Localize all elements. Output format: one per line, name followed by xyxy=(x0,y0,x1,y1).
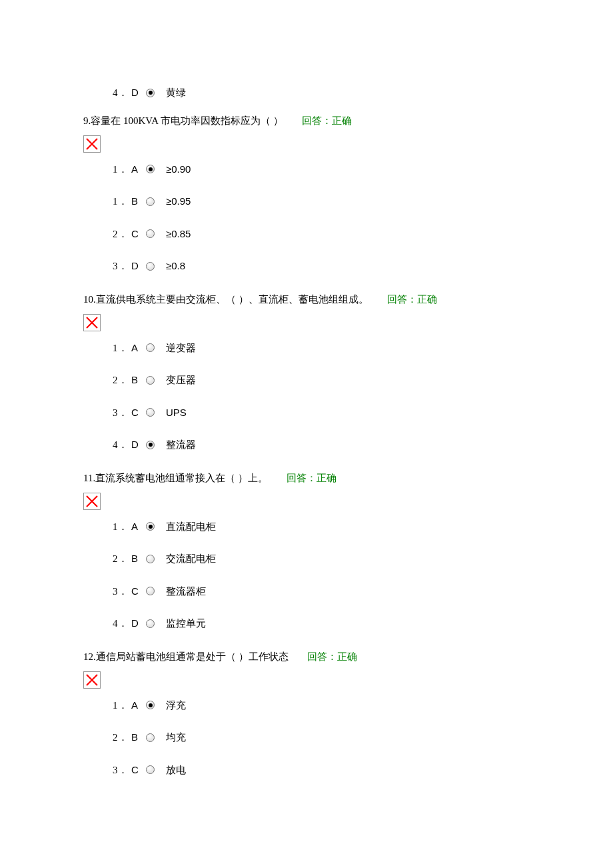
feedback-text: 回答：正确 xyxy=(387,294,437,305)
option-letter: B xyxy=(131,551,146,567)
question-number: 9. xyxy=(83,115,91,126)
option-letter: C xyxy=(131,763,146,778)
option-number: 2． xyxy=(113,730,131,745)
radio-icon[interactable] xyxy=(146,733,155,742)
question-line: 9.容量在 100KVA 市电功率因数指标应为（ ）回答：正确 xyxy=(83,113,530,129)
option-letter: B xyxy=(131,194,146,209)
option-text: UPS xyxy=(166,405,187,421)
option-letter: C xyxy=(131,405,146,421)
option-row: 3．D≥0.8 xyxy=(113,259,530,274)
option-text: 监控单元 xyxy=(166,616,206,631)
option-number: 1． xyxy=(113,162,131,177)
options-list: 1．A≥0.901．B≥0.952．C≥0.853．D≥0.8 xyxy=(83,162,530,274)
close-icon[interactable] xyxy=(83,314,101,331)
radio-icon[interactable] xyxy=(146,701,155,709)
option-row: 1．A浮充 xyxy=(113,698,530,713)
radio-wrap xyxy=(146,262,166,271)
option-row: 2．C≥0.85 xyxy=(113,227,530,242)
question-block: 10.直流供电系统主要由交流柜、（ ）、直流柜、蓄电池组组成。回答：正确1．A逆… xyxy=(83,291,530,453)
question-text: 直流系统蓄电池组通常接入在（ ）上。 xyxy=(95,473,268,483)
option-row: 4．D整流器 xyxy=(113,437,530,453)
option-letter: A xyxy=(131,519,146,535)
option-text: 黄绿 xyxy=(166,85,186,101)
radio-wrap xyxy=(146,376,166,385)
option-number: 4． xyxy=(113,85,131,101)
option-text: 放电 xyxy=(166,763,186,778)
option-letter: D xyxy=(131,437,146,453)
radio-icon[interactable] xyxy=(146,522,155,531)
radio-wrap xyxy=(146,229,166,238)
option-row: 3．CUPS xyxy=(113,405,530,421)
question-block: 12.通信局站蓄电池组通常是处于（ ）工作状态回答：正确1．A浮充2．B均充3．… xyxy=(83,649,530,778)
radio-icon[interactable] xyxy=(146,619,155,628)
options-list: 1．A浮充2．B均充3．C放电 xyxy=(83,698,530,778)
radio-wrap xyxy=(146,408,166,417)
option-letter: D xyxy=(131,259,146,274)
close-icon[interactable] xyxy=(83,135,101,153)
radio-icon[interactable] xyxy=(146,408,155,417)
feedback-text: 回答：正确 xyxy=(302,115,352,126)
option-text: 变压器 xyxy=(166,373,196,388)
feedback-text: 回答：正确 xyxy=(287,473,336,483)
question-number: 11. xyxy=(83,473,95,483)
question-line: 12.通信局站蓄电池组通常是处于（ ）工作状态回答：正确 xyxy=(83,649,530,665)
option-letter: C xyxy=(131,227,146,242)
radio-icon[interactable] xyxy=(146,587,155,595)
question-number: 10. xyxy=(83,294,96,305)
option-row: 2．B变压器 xyxy=(113,373,530,388)
option-text: 整流器 xyxy=(166,437,196,453)
radio-wrap xyxy=(146,701,166,709)
option-row: 2．B交流配电柜 xyxy=(113,551,530,567)
option-row: 2．B均充 xyxy=(113,730,530,745)
option-number: 3． xyxy=(113,763,131,778)
question-text: 容量在 100KVA 市电功率因数指标应为（ ） xyxy=(91,115,283,126)
option-letter: A xyxy=(131,698,146,713)
option-text: 交流配电柜 xyxy=(166,551,216,567)
option-row: 1．A逆变器 xyxy=(113,341,530,356)
option-number: 2． xyxy=(113,227,131,242)
radio-icon[interactable] xyxy=(146,229,155,238)
radio-icon[interactable] xyxy=(146,555,155,563)
question-text: 直流供电系统主要由交流柜、（ ）、直流柜、蓄电池组组成。 xyxy=(96,294,368,305)
radio-icon[interactable] xyxy=(146,376,155,385)
option-text: 整流器柜 xyxy=(166,584,206,599)
option-number: 3． xyxy=(113,584,131,599)
close-icon[interactable] xyxy=(83,493,101,510)
radio-icon[interactable] xyxy=(146,765,155,774)
close-icon[interactable] xyxy=(83,671,101,689)
radio-wrap xyxy=(146,89,166,97)
options-list: 1．A直流配电柜2．B交流配电柜3．C整流器柜4．D监控单元 xyxy=(83,519,530,631)
radio-wrap xyxy=(146,555,166,563)
option-number: 1． xyxy=(113,194,131,209)
radio-wrap xyxy=(146,619,166,628)
option-text: 直流配电柜 xyxy=(166,519,216,535)
radio-icon[interactable] xyxy=(146,165,155,173)
option-number: 1． xyxy=(113,698,131,713)
radio-icon[interactable] xyxy=(146,343,155,352)
option-text: 逆变器 xyxy=(166,341,196,356)
radio-wrap xyxy=(146,587,166,595)
radio-wrap xyxy=(146,165,166,173)
radio-icon[interactable] xyxy=(146,441,155,449)
question-text: 通信局站蓄电池组通常是处于（ ）工作状态 xyxy=(96,651,289,662)
radio-wrap xyxy=(146,765,166,774)
option-number: 4． xyxy=(113,437,131,453)
question-block: 9.容量在 100KVA 市电功率因数指标应为（ ）回答：正确1．A≥0.901… xyxy=(83,113,530,274)
option-letter: A xyxy=(131,341,146,356)
radio-wrap xyxy=(146,522,166,531)
radio-icon[interactable] xyxy=(146,197,155,206)
option-letter: D xyxy=(131,616,146,631)
radio-icon[interactable] xyxy=(146,262,155,271)
radio-wrap xyxy=(146,197,166,206)
radio-icon[interactable] xyxy=(146,89,155,97)
option-letter: C xyxy=(131,584,146,599)
option-letter: B xyxy=(131,730,146,745)
option-text: 均充 xyxy=(166,730,186,745)
lead-option: 4． D 黄绿 xyxy=(83,85,530,101)
option-row: 4．D监控单元 xyxy=(113,616,530,631)
option-text: ≥0.8 xyxy=(166,259,185,274)
option-number: 2． xyxy=(113,551,131,567)
question-line: 10.直流供电系统主要由交流柜、（ ）、直流柜、蓄电池组组成。回答：正确 xyxy=(83,291,530,307)
option-text: ≥0.95 xyxy=(166,194,191,209)
feedback-text: 回答：正确 xyxy=(307,651,357,662)
